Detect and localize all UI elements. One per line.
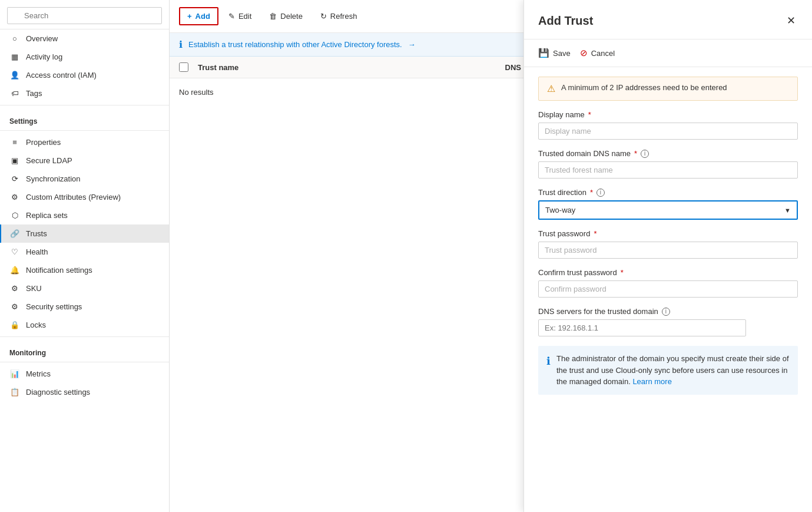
secure-ldap-icon: ▣: [9, 156, 20, 165]
trust-direction-info-icon[interactable]: i: [596, 189, 605, 197]
settings-section-label: Settings: [0, 108, 169, 128]
dns-servers-input[interactable]: [538, 319, 746, 336]
trusted-domain-dns-input[interactable]: [538, 161, 798, 179]
display-name-required: *: [588, 110, 591, 119]
sidebar-label-overview: Overview: [26, 34, 58, 43]
sidebar-item-locks[interactable]: 🔒 Locks: [0, 316, 169, 334]
sidebar-label-locks: Locks: [26, 321, 46, 329]
panel-save-button[interactable]: 💾 Save: [538, 45, 571, 61]
sidebar-label-replica-sets: Replica sets: [26, 211, 68, 220]
panel-title: Add Trust: [538, 14, 593, 28]
cancel-icon: ⊘: [580, 48, 588, 58]
warning-icon: ⚠: [547, 83, 555, 94]
save-icon: 💾: [538, 48, 549, 58]
synchronization-icon: ⟳: [9, 174, 20, 183]
replica-sets-icon: ⬡: [9, 211, 20, 220]
overview-icon: ○: [9, 34, 20, 43]
confirm-password-input[interactable]: [538, 280, 798, 298]
sidebar-label-synchronization: Synchronization: [26, 174, 81, 183]
dns-servers-info-icon[interactable]: i: [662, 308, 670, 316]
col-trust-name-header: Trust name: [198, 63, 496, 72]
delete-label: Delete: [280, 12, 303, 21]
sidebar-label-properties: Properties: [26, 138, 61, 147]
delete-icon: 🗑: [269, 12, 277, 21]
warning-bar: ⚠ A minimum of 2 IP addresses need to be…: [538, 77, 798, 101]
trusted-domain-dns-label: Trusted domain DNS name * i: [538, 149, 798, 158]
activity-log-icon: ▦: [9, 52, 20, 61]
trust-password-input[interactable]: [538, 242, 798, 259]
security-settings-icon: ⚙: [9, 302, 20, 311]
sidebar-item-activity-log[interactable]: ▦ Activity log: [0, 48, 169, 66]
metrics-icon: 📊: [9, 369, 20, 378]
confirm-password-required: *: [621, 268, 624, 277]
panel-toolbar: 💾 Save ⊘ Cancel: [524, 39, 812, 67]
sidebar-item-sku[interactable]: ⚙ SKU: [0, 279, 169, 298]
trust-direction-label: Trust direction * i: [538, 188, 798, 197]
panel-header: Add Trust ✕: [524, 0, 812, 39]
dns-servers-group: DNS servers for the trusted domain i: [538, 307, 798, 336]
edit-button[interactable]: ✎ Edit: [221, 8, 259, 25]
locks-icon: 🔒: [9, 321, 20, 329]
sidebar-item-metrics[interactable]: 📊 Metrics: [0, 365, 169, 383]
search-input[interactable]: [7, 7, 162, 24]
note-info-icon: ℹ: [546, 354, 551, 369]
confirm-password-label: Confirm trust password *: [538, 268, 798, 277]
sidebar-label-trusts: Trusts: [26, 229, 47, 238]
save-label: Save: [553, 49, 571, 58]
notification-icon: 🔔: [9, 266, 20, 275]
trusted-domain-required: *: [634, 149, 637, 158]
sidebar-item-custom-attributes[interactable]: ⚙ Custom Attributes (Preview): [0, 188, 169, 206]
sidebar-item-tags[interactable]: 🏷 Tags: [0, 84, 169, 103]
sidebar-item-diagnostic-settings[interactable]: 📋 Diagnostic settings: [0, 383, 169, 401]
sidebar-label-access-control: Access control (IAM): [26, 71, 97, 80]
trusts-icon: 🔗: [9, 229, 20, 238]
sidebar-item-access-control[interactable]: 👤 Access control (IAM): [0, 66, 169, 84]
warning-message: A minimum of 2 IP addresses need to be e…: [561, 83, 727, 92]
monitoring-section-label: Monitoring: [0, 339, 169, 359]
sidebar-label-health: Health: [26, 247, 48, 256]
display-name-group: Display name *: [538, 110, 798, 140]
trusted-domain-dns-group: Trusted domain DNS name * i: [538, 149, 798, 179]
sidebar-item-properties[interactable]: ≡ Properties: [0, 133, 169, 151]
sidebar-item-secure-ldap[interactable]: ▣ Secure LDAP: [0, 151, 169, 170]
learn-more-link[interactable]: Learn more: [632, 377, 671, 386]
sidebar-item-notification-settings[interactable]: 🔔 Notification settings: [0, 261, 169, 279]
trust-password-group: Trust password *: [538, 229, 798, 259]
sidebar-item-overview[interactable]: ○ Overview: [0, 29, 169, 48]
trust-password-required: *: [594, 229, 596, 238]
dns-servers-label: DNS servers for the trusted domain i: [538, 307, 798, 316]
sidebar-label-tags: Tags: [26, 89, 42, 98]
sidebar-label-notification-settings: Notification settings: [26, 266, 92, 275]
sidebar-label-custom-attributes: Custom Attributes (Preview): [26, 193, 121, 202]
trust-direction-group: Trust direction * i Two-way One-way: inc…: [538, 188, 798, 220]
select-all-checkbox[interactable]: [179, 62, 188, 72]
sidebar-label-diagnostic-settings: Diagnostic settings: [26, 388, 90, 397]
search-wrapper: 🔍: [7, 7, 162, 24]
trust-direction-select[interactable]: Two-way One-way: incoming One-way: outgo…: [539, 202, 797, 219]
sidebar-nav: ○ Overview ▦ Activity log 👤 Access contr…: [0, 29, 169, 512]
sidebar-item-security-settings[interactable]: ⚙ Security settings: [0, 298, 169, 316]
trust-direction-required: *: [590, 188, 593, 197]
add-button[interactable]: + Add: [179, 7, 218, 25]
sidebar-item-replica-sets[interactable]: ⬡ Replica sets: [0, 206, 169, 224]
panel-close-button[interactable]: ✕: [784, 12, 798, 29]
sidebar-label-security-settings: Security settings: [26, 302, 82, 311]
sidebar-item-health[interactable]: ♡ Health: [0, 243, 169, 261]
properties-icon: ≡: [9, 138, 20, 147]
display-name-input[interactable]: [538, 123, 798, 140]
info-note-text: The administrator of the domain you spec…: [556, 353, 790, 388]
refresh-button[interactable]: ↻ Refresh: [313, 8, 365, 25]
cancel-label: Cancel: [591, 49, 615, 58]
main-content: + Add ✎ Edit 🗑 Delete ↻ Refresh ℹ Establ…: [170, 0, 812, 512]
trusted-domain-info-icon[interactable]: i: [641, 150, 649, 158]
sidebar-item-trusts[interactable]: 🔗 Trusts: [0, 224, 169, 243]
panel-cancel-button[interactable]: ⊘ Cancel: [580, 45, 615, 61]
sku-icon: ⚙: [9, 284, 20, 293]
delete-button[interactable]: 🗑 Delete: [261, 8, 310, 25]
add-label: Add: [195, 12, 210, 21]
trust-password-label: Trust password *: [538, 229, 798, 238]
sidebar-label-activity-log: Activity log: [26, 52, 62, 61]
trust-direction-select-wrapper: Two-way One-way: incoming One-way: outgo…: [538, 200, 798, 220]
sidebar-item-synchronization[interactable]: ⟳ Synchronization: [0, 170, 169, 188]
refresh-label: Refresh: [330, 12, 357, 21]
